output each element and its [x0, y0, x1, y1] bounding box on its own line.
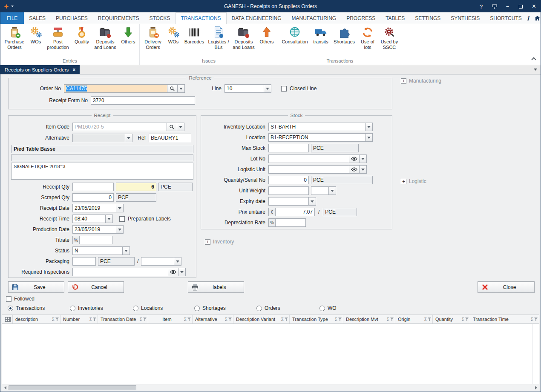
filter-radio-shortages[interactable]: Shortages	[194, 305, 226, 311]
receipt-time-dropdown-button[interactable]	[106, 215, 113, 223]
production-date-input[interactable]: 23/05/2019	[72, 225, 116, 234]
ribbon-item-issues-others[interactable]: Others	[257, 25, 276, 45]
expiry-date-combo[interactable]	[268, 197, 309, 206]
expand-plus-icon[interactable]	[401, 78, 406, 84]
ribbon-item-post-production[interactable]: Post production	[44, 25, 72, 50]
minimize-button[interactable]: −	[501, 0, 514, 12]
quick-access-toolbar[interactable]	[0, 3, 14, 9]
lot-no-dropdown-button[interactable]	[360, 155, 367, 163]
expand-plus-icon[interactable]	[205, 239, 210, 245]
depreciation-rate-input[interactable]	[275, 218, 306, 227]
line-combo[interactable]: 10	[224, 84, 264, 93]
tab-stocks[interactable]: STOCKS	[144, 12, 175, 24]
scraped-qty-input[interactable]: 0	[72, 193, 114, 202]
quantity-serial-input[interactable]: 0	[268, 176, 309, 184]
required-inspections-dropdown-button[interactable]	[178, 268, 186, 276]
column-header-origin[interactable]: OriginΣ	[395, 315, 433, 323]
item-code-dropdown-button[interactable]	[177, 123, 184, 131]
column-header-transaction-time[interactable]: Transaction TimeΣ	[470, 315, 539, 323]
ribbon-item-quality[interactable]: Quality	[72, 25, 92, 45]
production-date-dropdown-button[interactable]	[116, 225, 124, 234]
tab-synthesis[interactable]: SYNTHESIS	[446, 12, 485, 24]
column-header-number[interactable]: NumberΣ	[60, 315, 98, 323]
tab-requirements[interactable]: REQUIREMENTS	[93, 12, 144, 24]
info-icon[interactable]: i	[527, 15, 529, 22]
filter-funnel-icon[interactable]	[465, 318, 469, 321]
required-inspections-eye-button[interactable]	[168, 268, 178, 276]
grid-corner-cell[interactable]	[2, 315, 13, 323]
followed-header[interactable]: Followed	[6, 296, 35, 302]
filter-funnel-icon[interactable]	[93, 318, 96, 321]
filter-radio-wo[interactable]: WO	[319, 305, 337, 311]
column-header-transaction-type[interactable]: Transaction TypeΣ	[290, 315, 343, 323]
unit-weight-combo[interactable]	[311, 186, 329, 195]
order-no-input[interactable]: CA11475	[64, 84, 167, 93]
horizontal-scrollbar[interactable]	[2, 384, 539, 391]
column-header-quantity[interactable]: QuantityΣ	[433, 315, 470, 323]
max-stock-input[interactable]	[268, 144, 309, 152]
filter-funnel-icon[interactable]	[534, 318, 538, 321]
tab-purchases[interactable]: PURCHASES	[51, 12, 93, 24]
pin-ribbon-button[interactable]	[488, 0, 501, 12]
ribbon-item-logistics-bls[interactable]: Logistics / BLs	[207, 25, 230, 50]
packaging-combo[interactable]	[141, 257, 174, 266]
tab-progress[interactable]: PROGRESS	[341, 12, 380, 24]
save-button[interactable]: Save	[8, 281, 64, 293]
column-header-description-mvt[interactable]: Description MvtΣ	[343, 315, 395, 323]
ribbon-item-transits[interactable]: transits	[310, 25, 331, 45]
filter-funnel-icon[interactable]	[55, 318, 59, 321]
tab-tables[interactable]: TABLES	[380, 12, 410, 24]
expiry-date-dropdown-button[interactable]	[309, 197, 316, 206]
filter-funnel-icon[interactable]	[390, 318, 394, 321]
unit-weight-input[interactable]	[268, 186, 309, 195]
tab-list-caret-icon[interactable]	[534, 69, 537, 71]
home-icon[interactable]	[534, 15, 541, 21]
order-no-dropdown-button[interactable]	[178, 84, 185, 93]
filter-funnel-icon[interactable]	[338, 318, 342, 321]
ribbon-item-barcodes[interactable]: Barcodes	[182, 25, 207, 45]
ribbon-item-issues-deposits[interactable]: Deposits and Loans	[230, 25, 257, 50]
quick-access-caret-icon[interactable]	[11, 6, 14, 7]
collapse-minus-icon[interactable]	[6, 296, 12, 302]
scrollbar-thumb[interactable]	[9, 385, 136, 390]
tab-transactions[interactable]: TRANSACTIONS	[176, 12, 227, 24]
receipt-form-no-input[interactable]: 3720	[91, 96, 195, 105]
packaging-dropdown-button[interactable]	[174, 257, 181, 266]
scroll-right-button[interactable]	[532, 384, 539, 391]
ribbon-item-shortages[interactable]: Shortages	[331, 25, 357, 45]
alternative-combo[interactable]	[72, 134, 125, 142]
filter-funnel-icon[interactable]	[228, 318, 232, 321]
ribbon-item-used-by-sscc[interactable]: Used by SSCC	[378, 25, 400, 50]
doc-tab-receipts-on-suppliers-orders[interactable]: Receipts on Suppliers Orders ×	[0, 65, 80, 74]
status-dropdown-button[interactable]	[123, 246, 130, 255]
tab-shortcuts[interactable]: SHORTCUTS	[485, 12, 527, 24]
receipt-date-input[interactable]: 23/05/2019	[72, 204, 116, 212]
alternative-dropdown-button[interactable]	[125, 134, 132, 142]
location-dropdown-button[interactable]	[365, 133, 373, 142]
ribbon-item-entries-wos[interactable]: WOs	[27, 25, 44, 45]
logistic-expander[interactable]: Logistic	[401, 178, 426, 184]
lot-no-input[interactable]	[268, 155, 349, 163]
maximize-button[interactable]	[514, 0, 527, 12]
column-header-description[interactable]: descriptionΣ	[13, 315, 60, 323]
filter-radio-locations[interactable]: Locations	[133, 305, 163, 311]
ribbon-item-purchase-orders[interactable]: Purchase Orders	[2, 25, 27, 50]
status-combo[interactable]: N	[72, 246, 123, 255]
expand-plus-icon[interactable]	[401, 179, 406, 184]
filter-radio-orders[interactable]: Orders	[256, 305, 280, 311]
close-button[interactable]: Close	[478, 281, 535, 293]
packaging-input[interactable]	[72, 257, 96, 266]
ribbon-item-use-of-lots[interactable]: Use of lots	[357, 25, 378, 50]
filter-radio-transactions[interactable]: Transactions	[8, 305, 45, 311]
item-code-input[interactable]: PM160720-5	[72, 123, 167, 131]
required-inspections-input[interactable]	[72, 268, 168, 276]
logistic-unit-eye-button[interactable]	[349, 165, 360, 174]
receipt-qty-input[interactable]	[72, 183, 114, 191]
prix-unitaire-input[interactable]: 7.07	[275, 208, 315, 216]
column-header-alternative[interactable]: AlternativeΣ	[193, 315, 233, 323]
scroll-left-button[interactable]	[2, 384, 9, 391]
tab-manufacturing[interactable]: MANUFACTURING	[286, 12, 341, 24]
lot-no-eye-button[interactable]	[349, 155, 360, 163]
ribbon-item-entries-deposits[interactable]: Deposits and Loans	[92, 25, 118, 50]
preparation-labels-checkbox[interactable]	[119, 216, 125, 222]
